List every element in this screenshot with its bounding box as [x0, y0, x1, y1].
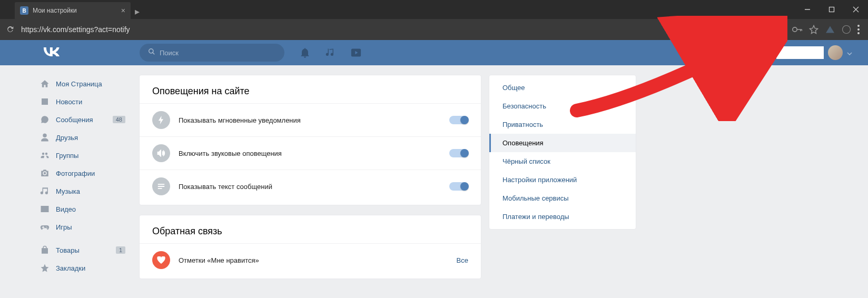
tab-notifications[interactable]: Оповещения — [489, 134, 636, 152]
gamepad-icon — [39, 222, 51, 232]
nav-badge: 48 — [113, 116, 125, 123]
setting-sound: Включить звуковые оповещения — [140, 136, 481, 170]
setting-label: Показывать мгновенные уведомления — [179, 116, 449, 124]
user-name-placeholder — [776, 46, 824, 59]
settings-main: Оповещения на сайте Показывать мгновенны… — [139, 75, 481, 289]
nav-bookmarks[interactable]: Закладки — [36, 259, 125, 277]
nav-label: Группы — [56, 152, 78, 160]
window-close-button[interactable] — [844, 0, 868, 19]
nav-messages[interactable]: Сообщения 48 — [36, 111, 125, 128]
news-icon — [39, 96, 51, 107]
window-minimize-button[interactable] — [795, 0, 820, 19]
window-maximize-button[interactable] — [820, 0, 844, 19]
svg-point-4 — [857, 28, 860, 31]
nav-label: Фотографии — [56, 170, 95, 177]
notifications-bell-icon[interactable] — [300, 47, 310, 58]
tab-blacklist[interactable]: Чёрный список — [489, 152, 636, 171]
video-icon — [39, 204, 51, 214]
nav-label: Закладки — [56, 264, 85, 272]
nav-news[interactable]: Новости — [36, 93, 125, 111]
browser-titlebar: В Мои настройки × ▸ — [0, 0, 868, 19]
svg-point-5 — [857, 32, 860, 34]
nav-badge: 1 — [116, 246, 125, 254]
groups-icon — [39, 150, 51, 161]
nav-label: Товары — [56, 246, 80, 254]
nav-label: Моя Страница — [56, 80, 102, 88]
vk-logo[interactable] — [42, 46, 105, 59]
star-icon[interactable] — [809, 25, 818, 34]
setting-label: Показывать текст сообщений — [179, 183, 449, 191]
feedback-card: Обратная связь Отметки «Мне нравится» Вс… — [139, 215, 481, 279]
setting-show-text: Показывать текст сообщений — [140, 170, 481, 203]
video-play-icon[interactable] — [351, 48, 361, 57]
card-title: Обратная связь — [140, 215, 481, 243]
new-tab-button[interactable]: ▸ — [131, 4, 144, 19]
setting-instant-notifications: Показывать мгновенные уведомления — [140, 103, 481, 136]
tab-security[interactable]: Безопасность — [489, 97, 636, 115]
heart-icon — [152, 251, 170, 269]
toggle-text[interactable] — [449, 182, 468, 191]
tab-payments[interactable]: Платежи и переводы — [489, 207, 636, 226]
toggle-instant[interactable] — [449, 116, 468, 124]
tab-mobile[interactable]: Мобильные сервисы — [489, 189, 636, 207]
settings-tab-card: Общее Безопасность Приватность Оповещени… — [489, 75, 636, 230]
lightning-icon — [152, 111, 170, 129]
nav-groups[interactable]: Группы — [36, 146, 125, 164]
music-note-icon — [39, 186, 51, 196]
music-icon[interactable] — [326, 48, 335, 57]
nav-games[interactable]: Игры — [36, 218, 125, 236]
urlbar-right-icons — [792, 25, 864, 34]
sound-icon — [152, 144, 170, 162]
left-nav: Моя Страница Новости Сообщения 48 Друзья… — [36, 75, 131, 289]
nav-music[interactable]: Музыка — [36, 182, 125, 200]
search-icon — [148, 48, 155, 57]
search-bar[interactable] — [140, 44, 284, 62]
tab-privacy[interactable]: Приватность — [489, 115, 636, 134]
svg-point-1 — [793, 27, 797, 32]
extension-icon-2[interactable] — [842, 25, 851, 34]
nav-label: Видео — [56, 205, 76, 213]
tab-close-icon[interactable]: × — [121, 6, 125, 15]
nav-photos[interactable]: Фотографии — [36, 164, 125, 182]
messages-icon — [39, 114, 51, 125]
search-input[interactable] — [160, 49, 276, 57]
nav-friends[interactable]: Друзья — [36, 128, 125, 146]
likes-all-link[interactable]: Все — [457, 256, 468, 264]
setting-label: Отметки «Мне нравится» — [179, 256, 457, 264]
svg-point-2 — [843, 26, 851, 34]
nav-label: Сообщения — [56, 116, 93, 124]
url-input[interactable] — [17, 25, 792, 34]
vk-body: Моя Страница Новости Сообщения 48 Друзья… — [0, 65, 868, 289]
nav-label: Музыка — [56, 187, 80, 195]
toggle-sound[interactable] — [449, 149, 468, 157]
settings-tabs-column: Общее Безопасность Приватность Оповещени… — [489, 75, 636, 289]
tab-general[interactable]: Общее — [489, 78, 636, 97]
chevron-down-icon — [847, 48, 852, 57]
svg-point-6 — [149, 49, 153, 53]
nav-label: Новости — [56, 98, 82, 106]
home-icon — [39, 78, 51, 89]
browser-menu-icon[interactable] — [857, 25, 860, 34]
svg-rect-0 — [830, 7, 834, 12]
friends-icon — [39, 132, 51, 143]
refresh-icon[interactable] — [4, 25, 17, 34]
nav-label: Игры — [56, 223, 72, 231]
window-controls — [795, 0, 868, 19]
key-icon[interactable] — [792, 26, 803, 33]
card-title: Оповещения на сайте — [140, 75, 481, 103]
setting-likes: Отметки «Мне нравится» Все — [140, 243, 481, 276]
avatar — [828, 45, 843, 60]
nav-my-page[interactable]: Моя Страница — [36, 75, 125, 93]
nav-shop[interactable]: Товары 1 — [36, 241, 125, 259]
nav-label: Друзья — [56, 134, 78, 142]
extension-icon-1[interactable] — [825, 25, 835, 34]
tab-app-settings[interactable]: Настройки приложений — [489, 171, 636, 189]
browser-urlbar — [0, 19, 868, 40]
user-menu[interactable] — [776, 45, 852, 60]
star-solid-icon — [39, 263, 51, 273]
site-notifications-card: Оповещения на сайте Показывать мгновенны… — [139, 75, 481, 205]
browser-tab[interactable]: В Мои настройки × — [15, 2, 131, 19]
browser-tab-title: Мои настройки — [33, 7, 118, 14]
nav-video[interactable]: Видео — [36, 200, 125, 218]
bag-icon — [39, 245, 51, 255]
